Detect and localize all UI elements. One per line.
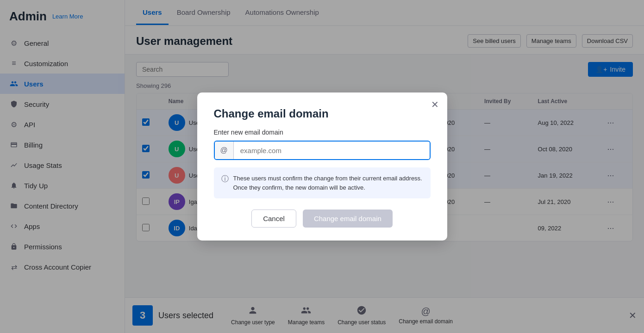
modal-title: Change email domain bbox=[214, 107, 431, 120]
modal-info-text: These users must confirm the change from… bbox=[233, 174, 423, 192]
modal-actions: Cancel Change email domain bbox=[214, 210, 431, 228]
change-email-domain-modal: ✕ Change email domain Enter new email do… bbox=[197, 92, 447, 240]
modal-label: Enter new email domain bbox=[214, 129, 431, 136]
modal-confirm-button[interactable]: Change email domain bbox=[303, 210, 393, 228]
modal-cancel-button[interactable]: Cancel bbox=[251, 210, 296, 228]
email-domain-input[interactable] bbox=[234, 142, 430, 159]
info-icon: ⓘ bbox=[221, 174, 229, 192]
at-symbol: @ bbox=[215, 142, 234, 159]
modal-close-button[interactable]: ✕ bbox=[431, 100, 439, 109]
modal-input-wrap: @ bbox=[214, 141, 431, 160]
modal-overlay[interactable]: ✕ Change email domain Enter new email do… bbox=[0, 0, 644, 333]
modal-info-box: ⓘ These users must confirm the change fr… bbox=[214, 167, 431, 198]
